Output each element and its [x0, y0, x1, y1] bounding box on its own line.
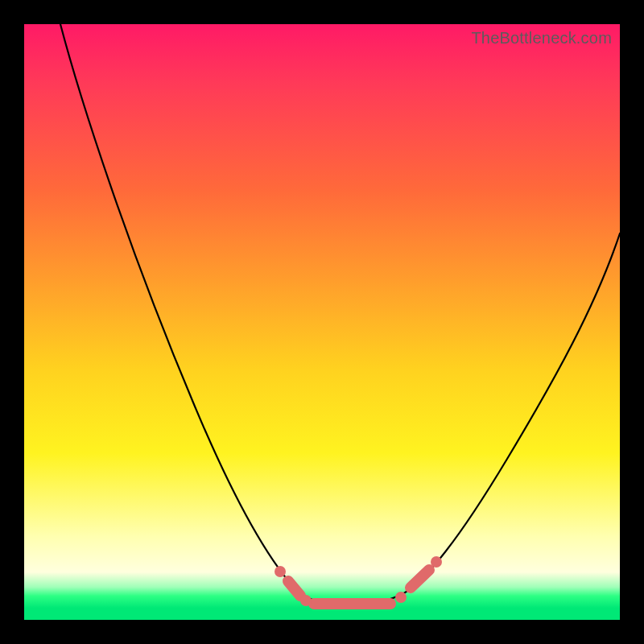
plot-area: TheBottleneck.com: [24, 24, 620, 620]
marker-dot: [275, 566, 286, 577]
left-slope-marker: [288, 581, 300, 596]
marker-dot: [300, 595, 312, 606]
marker-dot: [395, 592, 407, 603]
curve-layer: [24, 24, 620, 620]
chart-frame: TheBottleneck.com: [0, 0, 644, 644]
right-slope-marker: [411, 570, 429, 588]
bottleneck-curve: [60, 24, 620, 604]
marker-dot: [431, 556, 442, 568]
